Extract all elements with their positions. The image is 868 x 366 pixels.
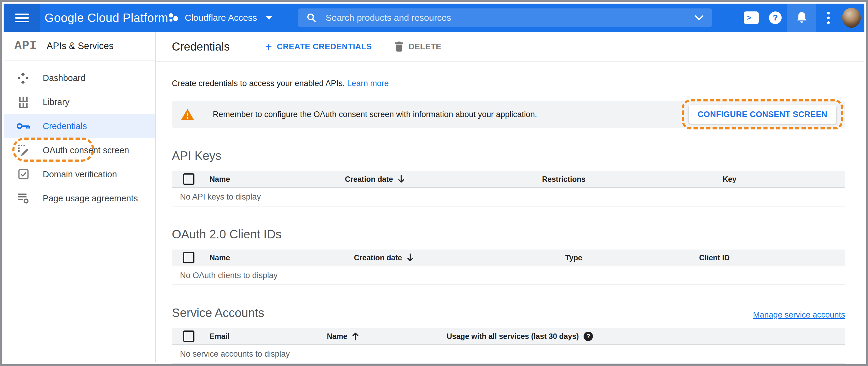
- trash-icon: [395, 41, 403, 52]
- list-gear-icon: [16, 193, 31, 204]
- content-area: Create credentials to access your enable…: [156, 79, 864, 364]
- page-title: Credentials: [172, 40, 230, 53]
- column-header-type[interactable]: Type: [565, 253, 699, 262]
- main-content: Credentials + CREATE CREDENTIALS DELETE …: [156, 32, 864, 362]
- sidebar-item-domain-verification[interactable]: Domain verification: [4, 162, 155, 186]
- select-all-checkbox[interactable]: [183, 252, 194, 263]
- sidebar-header: API APIs & Services: [4, 32, 155, 61]
- search-input[interactable]: [325, 12, 695, 23]
- sidebar-item-label: Domain verification: [43, 170, 117, 179]
- project-selector[interactable]: Cloudflare Access: [168, 4, 273, 32]
- column-header-client-id[interactable]: Client ID: [699, 253, 845, 262]
- hamburger-icon: [15, 13, 29, 22]
- consent-warning-banner: Remember to configure the OAuth consent …: [172, 101, 845, 128]
- sidebar-item-page-usage[interactable]: Page usage agreements: [4, 186, 155, 210]
- learn-more-link[interactable]: Learn more: [347, 79, 389, 88]
- help-button[interactable]: ?: [763, 4, 787, 32]
- create-credentials-button[interactable]: + CREATE CREDENTIALS: [265, 41, 372, 52]
- column-header-label: Usage with all services (last 30 days): [447, 332, 579, 341]
- bell-icon: [796, 11, 807, 24]
- service-accounts-empty-row: No service accounts to display: [172, 345, 845, 364]
- help-icon: ?: [769, 11, 782, 24]
- intro-sentence: Create credentials to access your enable…: [172, 79, 345, 88]
- page-header: Credentials + CREATE CREDENTIALS DELETE: [156, 32, 864, 62]
- consent-button-annotation: CONFIGURE CONSENT SCREEN: [682, 99, 843, 129]
- usage-help-icon[interactable]: ?: [584, 332, 593, 341]
- service-accounts-title: Service Accounts: [172, 306, 264, 319]
- library-icon: [16, 96, 31, 108]
- column-header-name[interactable]: Name: [327, 332, 447, 341]
- consent-screen-icon: [16, 144, 31, 156]
- oauth-empty-row: No OAuth clients to display: [172, 266, 845, 285]
- sidebar-item-label: Library: [43, 97, 69, 107]
- sort-desc-icon: [398, 175, 404, 183]
- window-frame: Google Cloud Platform Cloudflare Access …: [0, 0, 868, 366]
- checkbox-check-icon: [16, 169, 31, 180]
- column-header-key[interactable]: Key: [723, 175, 845, 184]
- three-dots-icon: [827, 12, 830, 24]
- warning-icon: [181, 109, 194, 120]
- project-name: Cloudflare Access: [185, 13, 257, 23]
- service-accounts-header-row: Email Name Usage with all services (last…: [172, 328, 845, 345]
- column-header-creation-date[interactable]: Creation date: [354, 253, 565, 262]
- menu-button[interactable]: [4, 4, 40, 32]
- column-header-label: Creation date: [345, 175, 393, 184]
- column-header-restrictions[interactable]: Restrictions: [542, 175, 723, 184]
- top-bar-actions: >_ ?: [739, 4, 864, 32]
- sidebar: API APIs & Services Dashboard: [4, 32, 156, 362]
- sidebar-item-label: Credentials: [43, 121, 87, 131]
- column-header-label: Creation date: [354, 253, 402, 262]
- notifications-button[interactable]: [787, 4, 816, 32]
- column-header-name[interactable]: Name: [210, 175, 345, 184]
- delete-label: DELETE: [409, 42, 441, 52]
- select-all-checkbox[interactable]: [183, 173, 194, 185]
- dashboard-icon: [16, 72, 31, 84]
- top-app-bar: Google Cloud Platform Cloudflare Access …: [4, 4, 864, 32]
- oauth-title: OAuth 2.0 Client IDs: [172, 227, 282, 241]
- sidebar-nav: Dashboard Library: [4, 61, 155, 210]
- create-credentials-label: CREATE CREDENTIALS: [277, 42, 372, 52]
- sort-asc-icon: [352, 332, 359, 340]
- sort-desc-icon: [407, 253, 413, 262]
- select-all-checkbox[interactable]: [183, 331, 194, 342]
- search-icon: [306, 13, 317, 23]
- api-keys-empty-row: No API keys to display: [172, 188, 845, 207]
- api-logo: API: [14, 39, 37, 53]
- key-icon: [16, 122, 31, 130]
- sidebar-item-dashboard[interactable]: Dashboard: [4, 66, 155, 90]
- manage-service-accounts-link[interactable]: Manage service accounts: [753, 310, 845, 319]
- oauth-header-row: Name Creation date Type Client ID: [172, 249, 845, 266]
- brand-title: Google Cloud Platform: [44, 4, 168, 32]
- column-header-email[interactable]: Email: [210, 332, 327, 341]
- sidebar-item-label: OAuth consent screen: [43, 145, 129, 155]
- sidebar-title: APIs & Services: [46, 41, 114, 52]
- project-icon: [168, 13, 179, 23]
- project-caret-icon: [266, 16, 273, 20]
- api-keys-header-row: Name Creation date Restrictions Key: [172, 171, 845, 188]
- more-options-button[interactable]: [816, 4, 840, 32]
- column-header-usage[interactable]: Usage with all services (last 30 days) ?: [447, 332, 845, 341]
- delete-button[interactable]: DELETE: [395, 41, 441, 52]
- banner-message: Remember to configure the OAuth consent …: [213, 110, 537, 119]
- column-header-name[interactable]: Name: [210, 253, 354, 262]
- service-accounts-table: Email Name Usage with all services (last…: [172, 328, 845, 364]
- column-header-creation-date[interactable]: Creation date: [345, 175, 542, 184]
- sidebar-item-oauth-consent[interactable]: OAuth consent screen: [4, 138, 155, 162]
- oauth-section-head: OAuth 2.0 Client IDs: [172, 227, 845, 241]
- intro-text: Create credentials to access your enable…: [172, 79, 845, 88]
- avatar: [842, 8, 861, 28]
- sidebar-item-library[interactable]: Library: [4, 90, 155, 114]
- cloud-shell-button[interactable]: >_: [739, 4, 763, 32]
- terminal-icon: >_: [744, 11, 759, 24]
- configure-consent-screen-button[interactable]: CONFIGURE CONSENT SCREEN: [689, 105, 836, 124]
- sidebar-item-label: Page usage agreements: [43, 193, 138, 204]
- column-header-label: Name: [327, 332, 347, 341]
- api-keys-table: Name Creation date Restrictions Key No A…: [172, 171, 845, 207]
- account-button[interactable]: [840, 4, 864, 32]
- plus-icon: +: [265, 41, 272, 52]
- chevron-down-icon[interactable]: [695, 15, 704, 21]
- service-accounts-section-head: Service Accounts Manage service accounts: [172, 306, 845, 319]
- search-bar[interactable]: [298, 8, 712, 27]
- sidebar-item-credentials[interactable]: Credentials: [4, 114, 155, 138]
- sidebar-item-label: Dashboard: [43, 73, 86, 83]
